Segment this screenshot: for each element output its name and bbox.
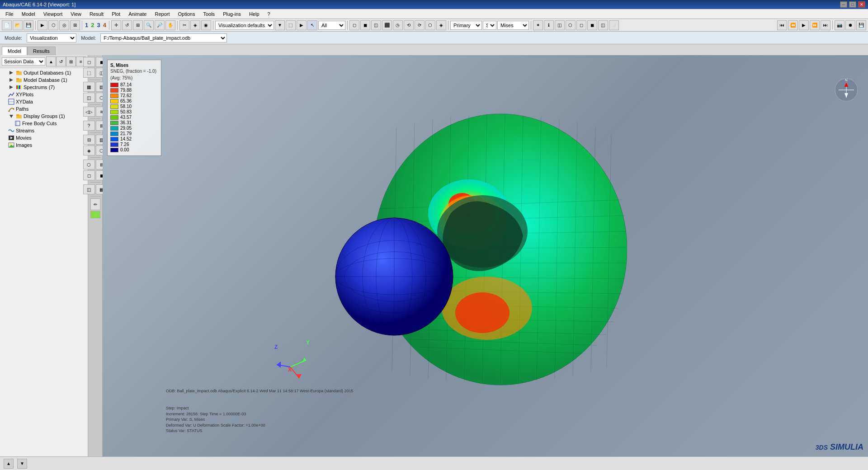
zoom-fit[interactable]: ⊞ bbox=[133, 20, 143, 30]
select3-button[interactable]: ◎ bbox=[59, 20, 69, 30]
vt-pen[interactable]: ✏ bbox=[90, 198, 100, 210]
camera-button[interactable]: 📷 bbox=[835, 20, 844, 30]
tab-results[interactable]: Results bbox=[27, 47, 56, 55]
menu-tools[interactable]: Tools bbox=[199, 10, 218, 18]
vp-btn8[interactable]: ⬡ bbox=[425, 20, 435, 30]
play-prev-button[interactable]: ⏪ bbox=[788, 20, 798, 30]
info-button[interactable]: ℹ bbox=[544, 20, 554, 30]
vt-disp3[interactable]: ◻ bbox=[83, 170, 95, 180]
vt-plot3[interactable]: ◫ bbox=[83, 93, 95, 103]
vt-query1[interactable]: ? bbox=[83, 121, 95, 131]
menu-viewport[interactable]: Viewport bbox=[40, 10, 66, 18]
vp-btn7[interactable]: ⟳ bbox=[415, 20, 425, 30]
vp-btn4[interactable]: ⬛ bbox=[382, 20, 392, 30]
cut-button[interactable]: ✂ bbox=[179, 20, 189, 30]
play-start-button[interactable]: ⏮ bbox=[777, 20, 787, 30]
sidebar-item-xyplots[interactable]: XYPlots bbox=[0, 91, 88, 98]
menu-plot[interactable]: Plot bbox=[108, 10, 124, 18]
tool-btn1[interactable]: ✦ bbox=[533, 20, 543, 30]
sidebar-item-output-databases[interactable]: Output Databases (1) bbox=[0, 69, 88, 76]
status-collapse-button[interactable]: ▼ bbox=[17, 459, 27, 469]
mises-select[interactable]: Mises bbox=[497, 21, 529, 30]
tool-btn5[interactable]: ◻ bbox=[576, 20, 586, 30]
vp-btn9[interactable]: ◈ bbox=[436, 20, 446, 30]
menu-file[interactable]: File bbox=[2, 10, 17, 18]
vis-options-button[interactable]: ▼ bbox=[275, 20, 285, 30]
menu-animate[interactable]: Animate bbox=[125, 10, 150, 18]
status-expand-button[interactable]: ▲ bbox=[4, 459, 14, 469]
module-select[interactable]: Visualization bbox=[27, 33, 76, 42]
zoom-in[interactable]: 🔍 bbox=[144, 20, 154, 30]
menu-question[interactable]: ? bbox=[264, 10, 274, 18]
play-next-button[interactable]: ⏩ bbox=[810, 20, 820, 30]
render-button[interactable]: ◉ bbox=[201, 20, 211, 30]
s-select[interactable]: S bbox=[483, 21, 496, 30]
tab-model[interactable]: Model bbox=[2, 47, 27, 55]
primary-select[interactable]: Primary bbox=[450, 21, 482, 30]
num2-button[interactable]: 2 bbox=[90, 22, 95, 28]
vis-icon1[interactable]: ⬚ bbox=[286, 20, 296, 30]
zoom-out[interactable]: 🔎 bbox=[155, 20, 165, 30]
display-button[interactable]: ◈ bbox=[190, 20, 200, 30]
num1-button[interactable]: 1 bbox=[84, 22, 89, 28]
vp-btn6[interactable]: ⟲ bbox=[404, 20, 414, 30]
vt-render3[interactable]: ⬚ bbox=[83, 68, 95, 78]
vis-icon2[interactable]: ▶ bbox=[297, 20, 307, 30]
play-end-button[interactable]: ⏭ bbox=[821, 20, 830, 30]
view2-button[interactable]: ↺ bbox=[122, 20, 132, 30]
record-button[interactable]: ⏺ bbox=[845, 20, 855, 30]
vt-anim1[interactable]: ◁▷ bbox=[83, 107, 95, 117]
new-button[interactable]: 📄 bbox=[2, 20, 12, 30]
select4-button[interactable]: ⊞ bbox=[70, 20, 80, 30]
menu-options[interactable]: Options bbox=[175, 10, 199, 18]
tool-btn7[interactable]: ◫ bbox=[598, 20, 608, 30]
all-select[interactable]: All bbox=[318, 21, 345, 30]
close-button[interactable]: ✕ bbox=[858, 1, 865, 8]
vis-defaults-select[interactable]: Visualization defaults bbox=[215, 21, 274, 30]
vt-extra1[interactable]: ◫ bbox=[83, 184, 95, 194]
sidebar-item-spectrums[interactable]: Spectrums (7) bbox=[0, 84, 88, 91]
viewport[interactable]: S, Mises SNEG, (fraction = -1.0) (Avg: 7… bbox=[103, 55, 868, 456]
sidebar-item-free-body-cuts[interactable]: Free Body Cuts bbox=[0, 120, 88, 127]
view1-button[interactable]: ✛ bbox=[111, 20, 121, 30]
model-select[interactable]: F:/Temp-Abaqus/Ball_plate_impact.odb bbox=[100, 33, 227, 42]
num4-button[interactable]: 4 bbox=[102, 22, 107, 28]
sidebar-item-streams[interactable]: Streams bbox=[0, 127, 88, 134]
sidebar-item-display-groups[interactable]: Display Groups (1) bbox=[0, 113, 88, 120]
maximize-button[interactable]: □ bbox=[849, 1, 856, 8]
tool-btn8[interactable]: ◽ bbox=[609, 20, 619, 30]
cursor-button[interactable]: ↖ bbox=[307, 20, 317, 30]
session-data-select[interactable]: Session Data bbox=[2, 57, 45, 66]
pan-button[interactable]: ✋ bbox=[165, 20, 175, 30]
vp-btn5[interactable]: ◷ bbox=[393, 20, 403, 30]
vt-render1[interactable]: ◻ bbox=[83, 57, 95, 67]
vt-plot1[interactable]: ▦ bbox=[83, 82, 95, 92]
tool-btn4[interactable]: ⬡ bbox=[566, 20, 576, 30]
sidebar-item-xydata[interactable]: XYData bbox=[0, 98, 88, 105]
vt-cut3[interactable]: ◈ bbox=[83, 146, 95, 155]
select-button[interactable]: ▶ bbox=[38, 20, 47, 30]
num3-button[interactable]: 3 bbox=[96, 22, 101, 28]
menu-help[interactable]: Help bbox=[245, 10, 263, 18]
tool-btn3[interactable]: ◫ bbox=[555, 20, 565, 30]
open-button[interactable]: 📂 bbox=[13, 20, 23, 30]
save-frame-button[interactable]: 💾 bbox=[856, 20, 866, 30]
session-filter-button[interactable]: ⊞ bbox=[66, 56, 76, 66]
tool-btn6[interactable]: ◼ bbox=[587, 20, 597, 30]
select2-button[interactable]: ⬡ bbox=[48, 20, 58, 30]
menu-result[interactable]: Result bbox=[86, 10, 107, 18]
sidebar-item-movies[interactable]: Movies bbox=[0, 134, 88, 141]
menu-plugins[interactable]: Plug-ins bbox=[219, 10, 245, 18]
play-button[interactable]: ▶ bbox=[799, 20, 809, 30]
vp-btn1[interactable]: ◻ bbox=[349, 20, 359, 30]
session-refresh-button[interactable]: ↺ bbox=[56, 56, 66, 66]
vt-color-btn[interactable] bbox=[90, 211, 100, 218]
vp-btn3[interactable]: ◫ bbox=[371, 20, 381, 30]
save-button[interactable]: 💾 bbox=[24, 20, 33, 30]
menu-report[interactable]: Report bbox=[151, 10, 173, 18]
menu-model[interactable]: Model bbox=[18, 10, 39, 18]
session-up-button[interactable]: ▲ bbox=[46, 56, 56, 66]
sidebar-item-paths[interactable]: Paths bbox=[0, 105, 88, 113]
sidebar-item-model-database[interactable]: Model Database (1) bbox=[0, 76, 88, 84]
menu-view[interactable]: View bbox=[67, 10, 85, 18]
